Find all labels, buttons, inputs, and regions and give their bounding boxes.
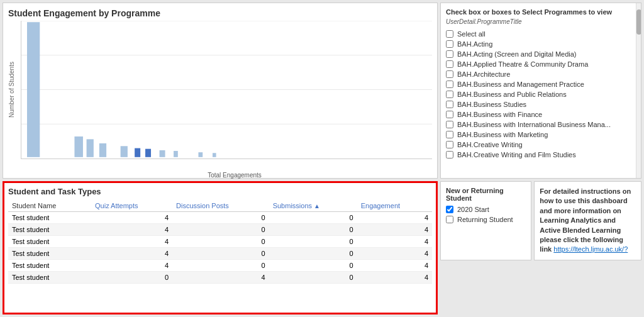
col-submissions[interactable]: Submissions ▲ <box>269 200 357 212</box>
col-discussion[interactable]: Discussion Posts <box>172 200 269 212</box>
cell-name: Test student <box>8 272 91 284</box>
checkbox-label: BAH.Creative Writing and Film Studies <box>457 151 576 158</box>
checkbox-label: BAH.Acting (Screen and Digital Media) <box>457 50 577 58</box>
scrollbar-thumb[interactable] <box>636 9 641 35</box>
student-type-panel: New or Returning Student 2020 StartRetur… <box>440 181 531 260</box>
svg-rect-12 <box>121 146 128 157</box>
student-type-item[interactable]: 2020 Start <box>446 204 526 214</box>
chart-area: Number of Students 6K 4K 2K 0K <box>8 21 432 159</box>
checkbox-input[interactable] <box>446 70 453 78</box>
student-type-list: 2020 StartReturning Student <box>446 204 526 225</box>
checkbox-label: BAH.Business and Public Relations <box>457 91 567 98</box>
cell-discussion: 0 <box>172 248 269 260</box>
info-link[interactable]: https://ltech.ljmu.ac.uk/? <box>553 245 628 253</box>
checkbox-item[interactable]: Select all <box>446 29 636 39</box>
cell-quiz: 4 <box>91 224 172 236</box>
info-text-bold: For detailed instructions on how to use … <box>540 187 631 253</box>
checkbox-item[interactable]: BAH.Business and Management Practice <box>446 79 636 89</box>
checkbox-item[interactable]: BAH.Acting <box>446 39 636 49</box>
chart-inner: 6K 4K 2K 0K <box>21 21 432 159</box>
checkbox-item[interactable]: BAH.Business and Public Relations <box>446 89 636 99</box>
checkbox-input[interactable] <box>446 151 453 158</box>
checkbox-item[interactable]: BAH.Acting (Screen and Digital Media) <box>446 49 636 59</box>
student-type-label: 2020 Start <box>457 206 489 213</box>
checkbox-label: BAH.Business Studies <box>457 101 526 108</box>
checkbox-label: BAH.Business with Finance <box>457 111 542 118</box>
table-section: Student and Task Types Student Name Quiz… <box>3 181 438 314</box>
sort-arrow: ▲ <box>314 203 320 209</box>
left-panel: Student Engagement by Programme Number o… <box>3 3 438 314</box>
main-container: Student Engagement by Programme Number o… <box>0 0 644 317</box>
cell-discussion: 0 <box>172 224 269 236</box>
svg-rect-8 <box>27 22 40 157</box>
svg-rect-13 <box>135 148 140 157</box>
chart-section: Student Engagement by Programme Number o… <box>3 3 438 179</box>
student-type-label: Returning Student <box>457 216 513 223</box>
checkbox-item[interactable]: BAH.Creative Writing and Film Studies <box>446 150 636 160</box>
right-panel: Check box or boxes to Select Programmes … <box>440 3 641 314</box>
checkbox-item[interactable]: BAH.Business with Finance <box>446 109 636 120</box>
student-type-item[interactable]: Returning Student <box>446 214 526 225</box>
cell-name: Test student <box>8 236 91 248</box>
student-type-checkbox[interactable] <box>446 206 453 213</box>
cell-submissions: 0 <box>269 236 357 248</box>
bottom-right-section: New or Returning Student 2020 StartRetur… <box>440 181 641 260</box>
cell-quiz: 4 <box>91 248 172 260</box>
student-type-checkbox[interactable] <box>446 216 453 223</box>
table-row[interactable]: Test student 4 0 0 4 <box>8 248 432 260</box>
svg-rect-15 <box>160 150 165 157</box>
checkbox-item[interactable]: BAH.Architecture <box>446 69 636 79</box>
checkbox-input[interactable] <box>446 121 453 128</box>
cell-quiz: 0 <box>91 272 172 284</box>
svg-rect-17 <box>198 152 203 157</box>
cell-submissions: 0 <box>269 224 357 236</box>
checkbox-panel-header: Check box or boxes to Select Programmes … <box>446 8 636 16</box>
cell-quiz: 4 <box>91 260 172 272</box>
checkbox-item[interactable]: BAH.Business Studies <box>446 99 636 109</box>
checkbox-input[interactable] <box>446 50 453 58</box>
cell-discussion: 0 <box>172 260 269 272</box>
cell-quiz: 4 <box>91 212 172 224</box>
checkbox-label: BAH.Acting <box>457 40 492 48</box>
y-axis-label: Number of Students <box>8 21 18 159</box>
checkbox-label: BAH.Business and Management Practice <box>457 81 584 88</box>
data-table: Student Name Quiz Attempts Discussion Po… <box>8 200 432 284</box>
info-panel: For detailed instructions on how to use … <box>534 181 641 260</box>
table-row[interactable]: Test student 4 0 0 4 <box>8 224 432 236</box>
col-student-name: Student Name <box>8 200 91 212</box>
checkbox-input[interactable] <box>446 91 453 98</box>
cell-engagement: 4 <box>357 248 432 260</box>
checkbox-input[interactable] <box>446 131 453 138</box>
checkbox-label: BAH.Architecture <box>457 70 510 78</box>
svg-rect-16 <box>174 151 178 157</box>
checkbox-item[interactable]: BAH.Applied Theatre & Community Drama <box>446 59 636 69</box>
svg-rect-18 <box>213 153 216 157</box>
table-row[interactable]: Test student 4 0 0 4 <box>8 236 432 248</box>
scrollbar[interactable] <box>636 3 641 178</box>
cell-engagement: 4 <box>357 224 432 236</box>
table-row[interactable]: Test student 4 0 0 4 <box>8 260 432 272</box>
checkbox-input[interactable] <box>446 60 453 68</box>
svg-rect-14 <box>145 149 151 157</box>
checkbox-input[interactable] <box>446 81 453 88</box>
cell-discussion: 0 <box>172 212 269 224</box>
cell-name: Test student <box>8 224 91 236</box>
cell-engagement: 4 <box>357 260 432 272</box>
checkbox-input[interactable] <box>446 40 453 48</box>
table-row[interactable]: Test student 0 4 0 4 <box>8 272 432 284</box>
table-row[interactable]: Test student 4 0 0 4 <box>8 212 432 224</box>
col-quiz[interactable]: Quiz Attempts <box>91 200 172 212</box>
checkbox-item[interactable]: BAH.Business with Marketing <box>446 130 636 140</box>
checkbox-input[interactable] <box>446 111 453 118</box>
checkbox-list: Select allBAH.ActingBAH.Acting (Screen a… <box>446 29 636 160</box>
checkbox-input[interactable] <box>446 141 453 148</box>
col-engagement[interactable]: Engagement <box>357 200 432 212</box>
cell-submissions: 0 <box>269 272 357 284</box>
checkbox-item[interactable]: BAH.Creative Writing <box>446 140 636 150</box>
checkbox-item[interactable]: BAH.Business with International Business… <box>446 120 636 130</box>
cell-engagement: 4 <box>357 212 432 224</box>
checkbox-input[interactable] <box>446 30 453 38</box>
cell-engagement: 4 <box>357 236 432 248</box>
svg-rect-9 <box>74 136 83 157</box>
checkbox-input[interactable] <box>446 101 453 108</box>
